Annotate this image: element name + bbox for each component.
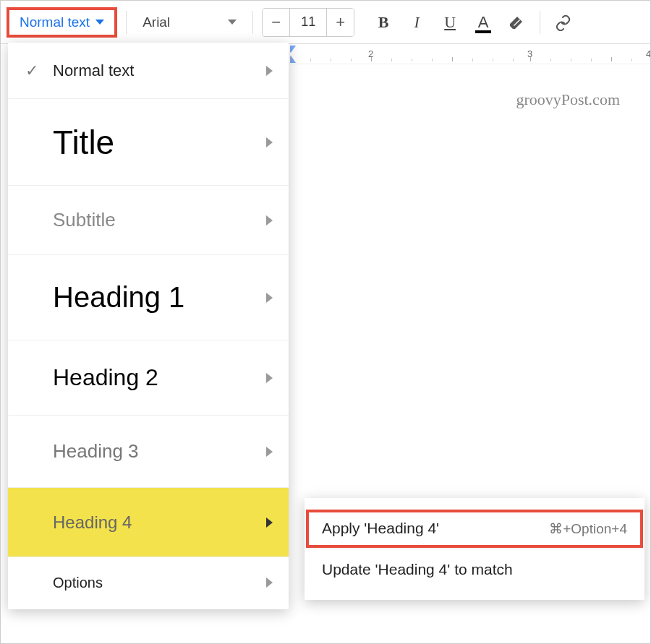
style-option-heading-4[interactable]: Heading 4: [8, 488, 289, 557]
update-heading-4-to-match[interactable]: Update 'Heading 4' to match: [305, 549, 644, 590]
watermark-text: groovyPost.com: [516, 90, 620, 109]
paragraph-style-dropdown[interactable]: Normal text: [7, 7, 117, 38]
chevron-right-icon: [266, 293, 273, 303]
chevron-right-icon: [266, 578, 273, 588]
paragraph-styles-menu: ✓ Normal text Title Subtitle Heading 1 H…: [8, 43, 289, 609]
style-option-label: Normal text: [53, 61, 266, 80]
chevron-right-icon: [266, 66, 273, 76]
style-option-label: Options: [21, 575, 266, 591]
chevron-right-icon: [266, 215, 273, 226]
style-option-label: Heading 4: [21, 512, 266, 533]
font-size-increase-button[interactable]: +: [326, 9, 354, 36]
chevron-down-icon: [228, 20, 237, 25]
font-family-dropdown[interactable]: Arial: [135, 10, 244, 35]
style-option-options[interactable]: Options: [8, 557, 289, 608]
bold-button[interactable]: B: [369, 8, 398, 37]
style-option-heading-2[interactable]: Heading 2: [8, 340, 289, 416]
underline-button[interactable]: U: [435, 8, 464, 37]
text-color-button[interactable]: A: [469, 8, 498, 37]
insert-link-button[interactable]: [549, 8, 578, 37]
style-option-label: Heading 2: [21, 364, 266, 391]
toolbar-divider: [252, 11, 253, 34]
style-option-title[interactable]: Title: [8, 99, 289, 186]
submenu-item-label: Update 'Heading 4' to match: [322, 561, 513, 578]
chevron-right-icon: [266, 518, 273, 528]
font-family-label: Arial: [142, 14, 170, 30]
toolbar: Normal text Arial − 11 + B I U A: [1, 1, 650, 44]
style-option-label: Subtitle: [21, 209, 266, 231]
font-size-value[interactable]: 11: [290, 14, 326, 30]
left-indent-marker[interactable]: [290, 56, 296, 63]
chevron-right-icon: [266, 447, 273, 457]
chevron-right-icon: [266, 137, 273, 147]
keyboard-shortcut: ⌘+Option+4: [549, 520, 627, 537]
apply-heading-4[interactable]: Apply 'Heading 4' ⌘+Option+4: [305, 508, 644, 549]
style-option-normal-text[interactable]: ✓ Normal text: [8, 43, 289, 99]
highlighter-icon: [508, 14, 525, 31]
style-option-label: Heading 1: [21, 281, 266, 314]
heading-4-submenu: Apply 'Heading 4' ⌘+Option+4 Update 'Hea…: [305, 498, 644, 600]
ruler-number: 4: [646, 48, 650, 59]
submenu-item-label: Apply 'Heading 4': [322, 520, 439, 537]
checkmark-icon: ✓: [21, 60, 43, 82]
italic-button[interactable]: I: [402, 8, 431, 37]
highlight-color-button[interactable]: [502, 8, 531, 37]
toolbar-divider: [126, 11, 127, 34]
style-option-heading-1[interactable]: Heading 1: [8, 255, 289, 340]
first-line-indent-marker[interactable]: [290, 46, 296, 53]
paragraph-style-label: Normal text: [20, 14, 90, 30]
style-option-subtitle[interactable]: Subtitle: [8, 186, 289, 255]
chevron-right-icon: [266, 373, 273, 383]
toolbar-divider: [540, 11, 540, 34]
font-size-decrease-button[interactable]: −: [263, 9, 290, 36]
style-option-label: Title: [21, 123, 266, 162]
style-option-heading-3[interactable]: Heading 3: [8, 416, 289, 488]
style-option-label: Heading 3: [21, 440, 266, 463]
chevron-down-icon: [95, 20, 104, 25]
font-size-group: − 11 +: [262, 8, 354, 37]
link-icon: [555, 14, 572, 31]
horizontal-ruler[interactable]: 2 3 4: [290, 44, 650, 64]
